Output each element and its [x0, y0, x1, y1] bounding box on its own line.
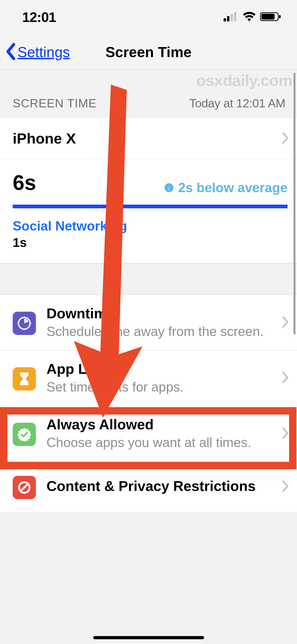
check-badge-icon [13, 423, 36, 446]
chevron-right-icon [282, 132, 289, 145]
svg-rect-5 [261, 14, 275, 20]
scroll-indicator[interactable] [294, 73, 295, 334]
category-time: 1s [13, 235, 284, 250]
menu-title: Downtime [46, 305, 282, 321]
svg-rect-0 [224, 18, 226, 21]
back-button[interactable]: Settings [5, 43, 70, 61]
chevron-left-icon [5, 43, 16, 61]
device-row[interactable]: iPhone X [0, 118, 297, 159]
menu-text: App Limits Set time limits for apps. [46, 361, 282, 396]
chevron-right-icon [282, 371, 289, 385]
back-label: Settings [17, 44, 70, 61]
signal-icon [224, 12, 238, 22]
status-bar: 12:01 [0, 0, 297, 34]
menu-title: Content & Privacy Restrictions [46, 478, 282, 494]
arrow-down-icon: ↓ [164, 183, 173, 192]
prohibit-icon [13, 476, 36, 499]
menu-item-always-allowed[interactable]: Always Allowed Choose apps you want at a… [0, 406, 297, 462]
settings-list: Downtime Schedule time away from the scr… [0, 295, 297, 512]
status-icons [224, 12, 281, 22]
menu-item-app-limits[interactable]: App Limits Set time limits for apps. [0, 351, 297, 406]
menu-subtitle: Set time limits for apps. [46, 379, 282, 396]
menu-subtitle: Choose apps you want at all times. [46, 434, 282, 451]
home-indicator[interactable] [93, 636, 204, 639]
menu-subtitle: Schedule time away from the screen. [46, 323, 282, 340]
usage-total: 6s [13, 171, 36, 195]
menu-text: Downtime Schedule time away from the scr… [46, 305, 282, 340]
section-header: SCREEN TIME Today at 12:01 AM [0, 70, 297, 118]
usage-summary: 6s ↓ 2s below average [0, 159, 297, 203]
svg-rect-1 [227, 16, 229, 21]
menu-text: Content & Privacy Restrictions [46, 478, 282, 496]
menu-title: App Limits [46, 361, 282, 377]
usage-compare-text: 2s below average [178, 180, 287, 195]
usage-panel: iPhone X 6s ↓ 2s below average Social Ne… [0, 118, 297, 263]
nav-header: Settings Screen Time [0, 34, 297, 70]
usage-category: Social Networking 1s [0, 216, 297, 263]
menu-text: Always Allowed Choose apps you want at a… [46, 416, 282, 451]
menu-item-downtime[interactable]: Downtime Schedule time away from the scr… [0, 295, 297, 351]
wifi-icon [243, 12, 256, 22]
section-gap [0, 263, 297, 295]
device-name: iPhone X [13, 130, 76, 147]
chevron-right-icon [282, 316, 289, 329]
hourglass-icon [13, 367, 36, 390]
status-time: 12:01 [22, 9, 56, 25]
svg-rect-6 [279, 15, 281, 18]
section-header-right: Today at 12:01 AM [189, 96, 285, 110]
chevron-right-icon [282, 427, 289, 440]
menu-item-content-privacy[interactable]: Content & Privacy Restrictions [0, 462, 297, 512]
category-name: Social Networking [13, 218, 284, 234]
chevron-right-icon [282, 480, 289, 494]
usage-bar [13, 205, 287, 208]
downtime-icon [13, 312, 36, 335]
usage-compare: ↓ 2s below average [164, 180, 287, 195]
section-header-left: SCREEN TIME [13, 96, 97, 110]
svg-rect-3 [234, 12, 236, 21]
svg-rect-2 [230, 14, 233, 21]
battery-icon [260, 12, 281, 22]
svg-line-13 [21, 484, 28, 491]
menu-title: Always Allowed [46, 416, 282, 433]
